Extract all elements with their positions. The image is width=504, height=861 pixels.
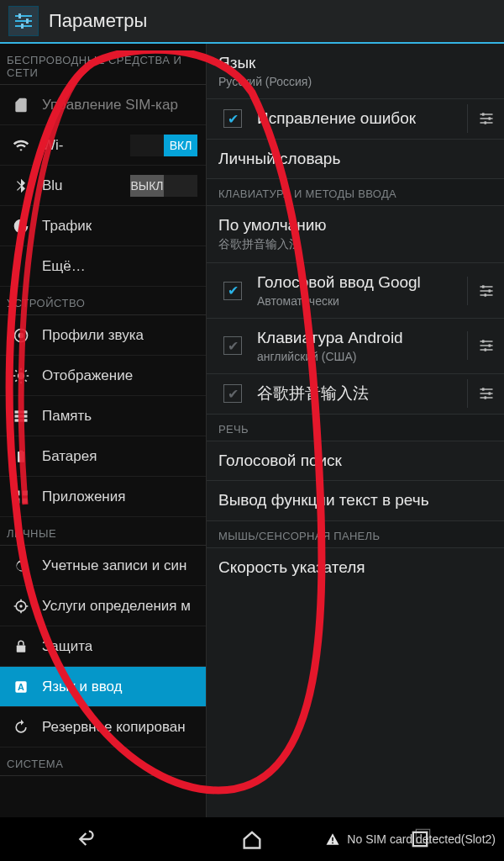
svg-point-7 — [18, 332, 24, 338]
sync-icon — [12, 557, 30, 575]
item-pointer-speed[interactable]: Скорость указателя — [207, 548, 504, 588]
svg-rect-13 — [19, 450, 23, 452]
sidebar-item-apps[interactable]: Приложения — [0, 477, 206, 517]
svg-rect-28 — [484, 293, 486, 296]
label: Резервное копирован — [42, 719, 186, 736]
settings-categories-panel: БЕСПРОВОДНЫЕ СРЕДСТВА И СЕТИ Управление … — [0, 44, 207, 817]
sidebar-item-traffic[interactable]: Трафик — [0, 206, 206, 246]
sidebar-item-accounts[interactable]: Учетные записи и син — [0, 546, 206, 586]
subtitle: 谷歌拼音输入法 — [218, 237, 327, 252]
sidebar-item-security[interactable]: Защита — [0, 626, 206, 667]
item-android-keyboard[interactable]: ✔ Клавиатура Android английский (США) — [207, 319, 504, 374]
svg-rect-12 — [18, 452, 24, 462]
item-google-pinyin[interactable]: ✔ 谷歌拼音输入法 — [207, 374, 504, 415]
sidebar-item-display[interactable]: Отображение — [0, 356, 206, 396]
battery-icon — [12, 447, 30, 466]
category-speech: РЕЧЬ — [207, 415, 504, 441]
sliders-icon[interactable] — [467, 379, 496, 408]
category-wireless: БЕСПРОВОДНЫЕ СРЕДСТВА И СЕТИ — [0, 44, 206, 85]
sidebar-item-location[interactable]: Услуги определения м — [0, 586, 206, 626]
svg-rect-3 — [18, 13, 21, 18]
checkbox-checked-icon[interactable]: ✔ — [223, 109, 242, 128]
category-personal: ЛИЧНЫЕ — [0, 517, 206, 546]
svg-rect-0 — [15, 15, 32, 17]
sidebar-item-sim[interactable]: Управление SIM-кар — [0, 85, 206, 125]
label: Память — [42, 408, 92, 425]
wifi-toggle[interactable]: ВКЛ — [130, 135, 197, 156]
subtitle: английский (США) — [257, 350, 403, 363]
category-mouse: МЫШЬ/СЕНСОРНАЯ ПАНЕЛЬ — [207, 521, 504, 548]
checkbox-checked-disabled-icon: ✔ — [223, 336, 242, 355]
svg-rect-16 — [15, 498, 20, 503]
svg-rect-14 — [15, 490, 20, 495]
apps-icon — [12, 488, 30, 506]
item-spellcheck[interactable]: ✔ Исправление ошибок — [207, 99, 504, 140]
item-default-ime[interactable]: По умолчанию 谷歌拼音输入法 — [207, 206, 504, 263]
sidebar-item-memory[interactable]: Память — [0, 396, 206, 436]
svg-text:A: A — [18, 682, 24, 692]
title: Скорость указателя — [218, 558, 365, 578]
category-system: СИСТЕМА — [0, 747, 206, 776]
wifi-icon — [12, 136, 30, 155]
warning-icon — [325, 832, 340, 847]
blank-icon — [12, 257, 30, 276]
svg-rect-37 — [333, 837, 334, 842]
svg-rect-29 — [482, 341, 485, 343]
sidebar-item-wifi[interactable]: Wi- ВКЛ — [0, 125, 206, 166]
label: Услуги определения м — [42, 598, 191, 615]
location-icon — [12, 597, 30, 615]
checkbox-checked-icon[interactable]: ✔ — [223, 282, 242, 300]
item-tts[interactable]: Вывод функции текст в речь — [207, 481, 504, 521]
sim-icon — [12, 96, 30, 114]
sidebar-item-more[interactable]: Ещё… — [0, 246, 206, 287]
subtitle: Русский (Россия) — [218, 75, 312, 88]
sim-status-text: No SIM card detected(Slot2) — [347, 832, 496, 846]
sidebar-item-bluetooth[interactable]: Blu ВЫКЛ — [0, 166, 206, 206]
sidebar-item-battery[interactable]: Батарея — [0, 436, 206, 477]
svg-point-8 — [18, 372, 24, 378]
item-language[interactable]: Язык Русский (Россия) — [207, 44, 504, 99]
data-usage-icon — [12, 217, 30, 235]
sliders-icon[interactable] — [467, 331, 496, 360]
title: Язык — [218, 54, 312, 73]
sliders-icon[interactable] — [467, 104, 496, 133]
app-title: Параметры — [49, 10, 147, 32]
label: Blu — [42, 177, 63, 194]
sidebar-item-backup[interactable]: Резервное копирован — [0, 707, 206, 747]
item-google-voice[interactable]: ✔ Голосовой ввод Googl Автоматически — [207, 263, 504, 319]
svg-rect-4 — [26, 18, 29, 24]
svg-rect-25 — [484, 122, 486, 124]
svg-rect-17 — [23, 498, 28, 503]
item-voice-search[interactable]: Голосовой поиск — [207, 441, 504, 482]
back-button[interactable] — [69, 824, 99, 854]
svg-rect-10 — [15, 415, 28, 417]
sliders-icon[interactable] — [467, 277, 496, 305]
svg-rect-32 — [482, 388, 485, 391]
svg-rect-30 — [488, 345, 491, 347]
settings-icon — [8, 6, 39, 36]
sidebar-item-language[interactable]: A Язык и ввод — [0, 667, 206, 707]
svg-rect-1 — [15, 20, 32, 22]
label: Защита — [42, 638, 92, 655]
category-keyboard: КЛАВИАТУРА И МЕТОДЫ ВВОДА — [207, 179, 504, 206]
svg-rect-20 — [17, 645, 26, 652]
label: Профили звука — [42, 327, 144, 344]
label: Трафик — [42, 218, 92, 235]
svg-point-19 — [19, 605, 22, 607]
navigation-bar: No SIM card detected(Slot2) — [0, 817, 504, 861]
label: Ещё… — [42, 258, 86, 275]
settings-detail-panel: Язык Русский (Россия) ✔ Исправление ошиб… — [207, 44, 504, 817]
svg-rect-33 — [488, 393, 491, 395]
item-dictionary[interactable]: Личный словарь — [207, 140, 504, 180]
title: Вывод функции текст в речь — [218, 491, 429, 510]
sidebar-item-sound[interactable]: Профили звука — [0, 315, 206, 356]
svg-rect-9 — [15, 410, 28, 413]
label: Батарея — [42, 448, 97, 465]
svg-rect-31 — [484, 349, 486, 351]
subtitle: Автоматически — [257, 294, 421, 308]
bluetooth-toggle[interactable]: ВЫКЛ — [130, 175, 197, 197]
home-button[interactable] — [237, 824, 267, 854]
app-titlebar: Параметры — [0, 0, 504, 44]
label: Отображение — [42, 367, 133, 384]
storage-icon — [12, 407, 30, 425]
